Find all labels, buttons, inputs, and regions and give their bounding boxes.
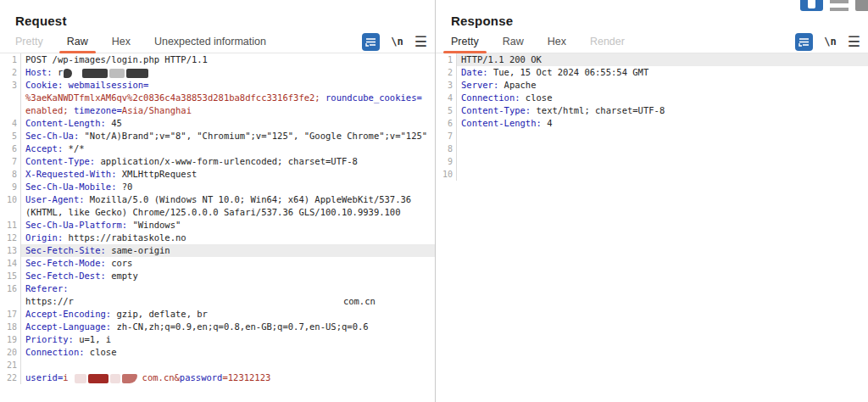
line-number: 7 bbox=[0, 155, 21, 168]
code-segment: ?0 bbox=[116, 181, 132, 192]
code-line: 3Cookie: webmailsession= bbox=[0, 79, 435, 92]
line-number: 10 bbox=[436, 168, 457, 181]
code-segment: Accept-Language: bbox=[25, 321, 111, 332]
code-line: 6Content-Length: 4 bbox=[436, 117, 868, 130]
line-number: 1 bbox=[0, 53, 21, 66]
layout-tabs-button[interactable] bbox=[855, 0, 868, 11]
code-segment: Mozilla/5.0 (Windows NT 10.0; Win64; x64… bbox=[85, 194, 412, 204]
line-number: 7 bbox=[436, 130, 457, 142]
code-text: Cookie: webmailsession= bbox=[21, 79, 435, 92]
code-segment: password bbox=[180, 372, 223, 382]
line-number: 2 bbox=[436, 66, 457, 79]
line-number: 11 bbox=[0, 219, 21, 232]
tab-hex[interactable]: Hex bbox=[112, 31, 131, 53]
code-line: 10 bbox=[436, 168, 868, 181]
code-segment: close bbox=[520, 92, 553, 103]
code-text bbox=[457, 142, 868, 155]
code-line: 22userid=icom.cn&password=12312123 bbox=[0, 371, 435, 384]
code-line: 1POST /wp-images/login.php HTTP/1.1 bbox=[0, 53, 435, 66]
tab-hex[interactable]: Hex bbox=[548, 31, 566, 53]
code-text: Connection: close bbox=[21, 346, 435, 359]
menu-icon[interactable]: ☰ bbox=[848, 35, 860, 49]
redaction-block bbox=[109, 69, 125, 78]
code-segment: User-Agent: bbox=[25, 194, 85, 204]
tab-pretty[interactable]: Pretty bbox=[451, 31, 479, 53]
request-title: Request bbox=[15, 14, 67, 28]
code-line: (KHTML, like Gecko) Chrome/125.0.0.0 Saf… bbox=[0, 206, 435, 219]
code-text: Priority: u=1, i bbox=[21, 333, 435, 346]
response-title: Response bbox=[451, 14, 513, 28]
line-number: 19 bbox=[0, 333, 21, 346]
line-number: 5 bbox=[436, 104, 457, 117]
code-segment: Tue, 15 Oct 2024 06:55:54 GMT bbox=[488, 67, 649, 77]
tab-raw[interactable]: Raw bbox=[67, 31, 88, 53]
line-number: 12 bbox=[0, 232, 21, 244]
code-segment: empty bbox=[106, 271, 138, 281]
code-segment: Sec-Fetch-Mode: bbox=[25, 258, 106, 268]
code-segment: XMLHttpRequest bbox=[116, 169, 197, 179]
tab-unexpected-information[interactable]: Unexpected information bbox=[154, 31, 266, 53]
code-segment: roundcube_cookies= bbox=[326, 92, 422, 103]
menu-icon[interactable]: ☰ bbox=[415, 35, 427, 49]
code-text: Sec-Ch-Ua-Platform: "Windows" bbox=[21, 219, 435, 232]
request-editor[interactable]: 1POST /wp-images/login.php HTTP/1.12Host… bbox=[0, 53, 435, 384]
layout-columns-button[interactable] bbox=[800, 0, 823, 11]
code-segment: same-origin bbox=[106, 245, 170, 255]
response-editor[interactable]: 1HTTP/1.1 200 OK2Date: Tue, 15 Oct 2024 … bbox=[436, 53, 868, 181]
code-text: Accept-Encoding: gzip, deflate, br bbox=[21, 308, 435, 321]
pretty-print-icon[interactable] bbox=[362, 33, 380, 51]
code-segment: X-Requested-With: bbox=[25, 169, 116, 179]
code-line: 6Accept: */* bbox=[0, 142, 435, 155]
line-number: 14 bbox=[0, 257, 21, 270]
code-segment: Server: bbox=[461, 80, 498, 90]
line-number: 1 bbox=[436, 53, 457, 66]
code-segment: Sec-Fetch-Dest: bbox=[25, 271, 106, 281]
code-segment: Content-Type: bbox=[25, 156, 95, 166]
code-text bbox=[457, 168, 868, 181]
code-text: enabled; timezone=Asia/Shanghai bbox=[21, 104, 435, 117]
code-text: Connection: close bbox=[457, 92, 868, 104]
code-text: Origin: https://rabitaskole.no bbox=[21, 232, 435, 244]
newline-toggle-icon[interactable]: \n bbox=[391, 36, 403, 47]
code-segment: */* bbox=[63, 143, 84, 154]
tab-raw[interactable]: Raw bbox=[503, 31, 524, 53]
code-segment: 45 bbox=[106, 118, 122, 128]
code-line: 10User-Agent: Mozilla/5.0 (Windows NT 10… bbox=[0, 193, 435, 206]
line-number: 9 bbox=[0, 181, 21, 193]
code-text: (KHTML, like Gecko) Chrome/125.0.0.0 Saf… bbox=[21, 206, 435, 219]
line-number bbox=[0, 104, 21, 117]
code-line: 8X-Requested-With: XMLHttpRequest bbox=[0, 168, 435, 181]
pretty-print-icon[interactable] bbox=[795, 33, 813, 51]
request-header: Request bbox=[0, 0, 435, 31]
code-segment: Asia/Shanghai bbox=[122, 105, 192, 115]
code-segment: userid= bbox=[25, 372, 63, 382]
code-segment: =12312123 bbox=[222, 372, 270, 382]
code-segment: 4 bbox=[542, 118, 553, 128]
code-line: 8 bbox=[436, 142, 868, 155]
code-segment: %3aeKaNWDTfmlxAM6qv%2c0836c4a38853d281ba… bbox=[25, 92, 320, 103]
tab-render[interactable]: Render bbox=[590, 31, 625, 53]
code-segment: Date: bbox=[461, 67, 488, 77]
code-text bbox=[21, 359, 435, 371]
code-segment: r bbox=[53, 67, 64, 77]
code-line: enabled; timezone=Asia/Shanghai bbox=[0, 104, 435, 117]
redaction-block bbox=[122, 374, 137, 383]
code-text bbox=[457, 130, 868, 142]
code-segment: "Not/A)Brand";v="8", "Chromium";v="125",… bbox=[79, 131, 427, 141]
code-segment: enabled; bbox=[25, 105, 69, 115]
code-segment: Cookie: bbox=[25, 80, 63, 90]
line-number: 10 bbox=[0, 193, 21, 206]
code-line: 4Content-Length: 45 bbox=[0, 117, 435, 130]
request-editor-tools: \n ☰ bbox=[362, 33, 435, 51]
line-number bbox=[0, 206, 21, 219]
code-segment: Sec-Ch-Ua-Mobile: bbox=[25, 181, 116, 192]
newline-toggle-icon[interactable]: \n bbox=[824, 36, 836, 47]
code-text: HTTP/1.1 200 OK bbox=[457, 53, 868, 66]
redaction-block bbox=[110, 374, 120, 383]
code-line: 17Accept-Encoding: gzip, deflate, br bbox=[0, 308, 435, 321]
line-number: 8 bbox=[436, 142, 457, 155]
code-segment: (KHTML, like Gecko) Chrome/125.0.0.0 Saf… bbox=[25, 207, 401, 217]
layout-stacked-button[interactable] bbox=[830, 0, 849, 11]
spacer bbox=[73, 73, 81, 74]
tab-pretty[interactable]: Pretty bbox=[15, 31, 43, 53]
